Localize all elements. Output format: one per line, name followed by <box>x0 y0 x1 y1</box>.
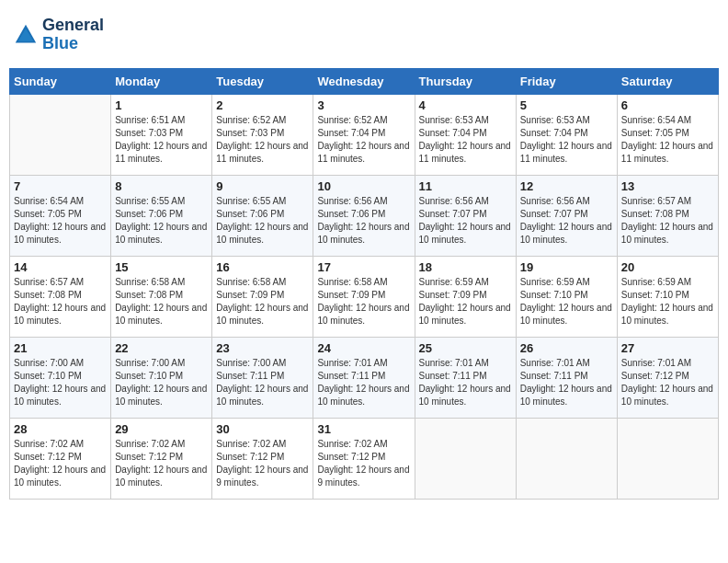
calendar-table: SundayMondayTuesdayWednesdayThursdayFrid… <box>9 68 719 500</box>
calendar-cell: 3 Sunrise: 6:52 AM Sunset: 7:04 PM Dayli… <box>313 94 415 175</box>
calendar-cell: 23 Sunrise: 7:00 AM Sunset: 7:11 PM Dayl… <box>212 337 313 418</box>
day-number: 26 <box>520 341 613 355</box>
day-info: Sunrise: 7:00 AM Sunset: 7:11 PM Dayligh… <box>216 357 309 408</box>
day-info: Sunrise: 7:02 AM Sunset: 7:12 PM Dayligh… <box>115 438 208 489</box>
day-number: 16 <box>216 260 309 274</box>
day-info: Sunrise: 6:57 AM Sunset: 7:08 PM Dayligh… <box>621 195 714 247</box>
day-info: Sunrise: 7:01 AM Sunset: 7:11 PM Dayligh… <box>419 357 512 408</box>
calendar-cell: 12 Sunrise: 6:56 AM Sunset: 7:07 PM Dayl… <box>516 175 617 256</box>
day-info: Sunrise: 6:59 AM Sunset: 7:10 PM Dayligh… <box>520 276 613 327</box>
day-number: 1 <box>115 98 208 112</box>
column-header-friday: Friday <box>516 68 617 94</box>
day-info: Sunrise: 7:02 AM Sunset: 7:12 PM Dayligh… <box>14 438 107 489</box>
day-number: 3 <box>317 98 410 112</box>
calendar-cell: 21 Sunrise: 7:00 AM Sunset: 7:10 PM Dayl… <box>10 337 111 418</box>
column-header-saturday: Saturday <box>617 68 718 94</box>
day-info: Sunrise: 6:55 AM Sunset: 7:06 PM Dayligh… <box>216 195 309 247</box>
calendar-cell: 8 Sunrise: 6:55 AM Sunset: 7:06 PM Dayli… <box>111 175 212 256</box>
day-info: Sunrise: 7:02 AM Sunset: 7:12 PM Dayligh… <box>216 438 309 489</box>
day-info: Sunrise: 7:00 AM Sunset: 7:10 PM Dayligh… <box>14 357 107 408</box>
day-info: Sunrise: 6:56 AM Sunset: 7:06 PM Dayligh… <box>317 195 410 247</box>
calendar-cell: 15 Sunrise: 6:58 AM Sunset: 7:08 PM Dayl… <box>111 256 212 337</box>
day-number: 7 <box>14 179 107 193</box>
calendar-week-4: 21 Sunrise: 7:00 AM Sunset: 7:10 PM Dayl… <box>10 337 719 418</box>
calendar-cell: 30 Sunrise: 7:02 AM Sunset: 7:12 PM Dayl… <box>212 418 313 499</box>
day-number: 25 <box>419 341 512 355</box>
day-number: 29 <box>115 422 208 436</box>
day-number: 24 <box>317 341 410 355</box>
day-number: 21 <box>14 341 107 355</box>
calendar-cell: 1 Sunrise: 6:51 AM Sunset: 7:03 PM Dayli… <box>111 94 212 175</box>
day-info: Sunrise: 6:58 AM Sunset: 7:08 PM Dayligh… <box>115 276 208 327</box>
calendar-cell: 29 Sunrise: 7:02 AM Sunset: 7:12 PM Dayl… <box>111 418 212 499</box>
day-number: 4 <box>419 98 512 112</box>
calendar-cell: 24 Sunrise: 7:01 AM Sunset: 7:11 PM Dayl… <box>313 337 415 418</box>
calendar-cell: 4 Sunrise: 6:53 AM Sunset: 7:04 PM Dayli… <box>415 94 516 175</box>
calendar-cell <box>617 418 718 499</box>
day-info: Sunrise: 6:53 AM Sunset: 7:04 PM Dayligh… <box>419 114 512 166</box>
calendar-cell: 7 Sunrise: 6:54 AM Sunset: 7:05 PM Dayli… <box>10 175 111 256</box>
column-header-tuesday: Tuesday <box>212 68 313 94</box>
calendar-week-3: 14 Sunrise: 6:57 AM Sunset: 7:08 PM Dayl… <box>10 256 719 337</box>
calendar-cell <box>516 418 617 499</box>
day-info: Sunrise: 6:54 AM Sunset: 7:05 PM Dayligh… <box>14 195 107 247</box>
logo-text-line1: General <box>42 17 104 35</box>
day-number: 18 <box>419 260 512 274</box>
calendar-cell: 2 Sunrise: 6:52 AM Sunset: 7:03 PM Dayli… <box>212 94 313 175</box>
calendar-cell: 20 Sunrise: 6:59 AM Sunset: 7:10 PM Dayl… <box>617 256 718 337</box>
day-number: 19 <box>520 260 613 274</box>
day-info: Sunrise: 6:57 AM Sunset: 7:08 PM Dayligh… <box>14 276 107 327</box>
day-number: 17 <box>317 260 410 274</box>
column-header-sunday: Sunday <box>10 68 111 94</box>
day-number: 6 <box>621 98 714 112</box>
day-number: 30 <box>216 422 309 436</box>
calendar-cell: 14 Sunrise: 6:57 AM Sunset: 7:08 PM Dayl… <box>10 256 111 337</box>
logo-icon <box>13 22 39 48</box>
calendar-cell: 22 Sunrise: 7:00 AM Sunset: 7:10 PM Dayl… <box>111 337 212 418</box>
day-info: Sunrise: 7:01 AM Sunset: 7:12 PM Dayligh… <box>621 357 714 408</box>
day-info: Sunrise: 7:02 AM Sunset: 7:12 PM Dayligh… <box>317 438 410 489</box>
day-info: Sunrise: 6:51 AM Sunset: 7:03 PM Dayligh… <box>115 114 208 166</box>
column-header-thursday: Thursday <box>415 68 516 94</box>
calendar-cell: 18 Sunrise: 6:59 AM Sunset: 7:09 PM Dayl… <box>415 256 516 337</box>
day-number: 5 <box>520 98 613 112</box>
calendar-cell <box>10 94 111 175</box>
day-info: Sunrise: 6:58 AM Sunset: 7:09 PM Dayligh… <box>216 276 309 327</box>
day-number: 11 <box>419 179 512 193</box>
page-header: General Blue <box>9 9 719 61</box>
day-info: Sunrise: 6:56 AM Sunset: 7:07 PM Dayligh… <box>419 195 512 247</box>
calendar-cell: 5 Sunrise: 6:53 AM Sunset: 7:04 PM Dayli… <box>516 94 617 175</box>
calendar-week-2: 7 Sunrise: 6:54 AM Sunset: 7:05 PM Dayli… <box>10 175 719 256</box>
day-number: 23 <box>216 341 309 355</box>
calendar-cell: 9 Sunrise: 6:55 AM Sunset: 7:06 PM Dayli… <box>212 175 313 256</box>
day-number: 14 <box>14 260 107 274</box>
day-number: 22 <box>115 341 208 355</box>
logo: General Blue <box>13 17 104 53</box>
day-info: Sunrise: 7:01 AM Sunset: 7:11 PM Dayligh… <box>520 357 613 408</box>
column-header-monday: Monday <box>111 68 212 94</box>
calendar-cell: 10 Sunrise: 6:56 AM Sunset: 7:06 PM Dayl… <box>313 175 415 256</box>
day-number: 13 <box>621 179 714 193</box>
calendar-cell: 6 Sunrise: 6:54 AM Sunset: 7:05 PM Dayli… <box>617 94 718 175</box>
column-header-wednesday: Wednesday <box>313 68 415 94</box>
day-info: Sunrise: 6:54 AM Sunset: 7:05 PM Dayligh… <box>621 114 714 166</box>
day-number: 12 <box>520 179 613 193</box>
day-info: Sunrise: 6:53 AM Sunset: 7:04 PM Dayligh… <box>520 114 613 166</box>
day-number: 28 <box>14 422 107 436</box>
day-number: 27 <box>621 341 714 355</box>
day-number: 8 <box>115 179 208 193</box>
calendar-cell: 17 Sunrise: 6:58 AM Sunset: 7:09 PM Dayl… <box>313 256 415 337</box>
calendar-cell: 27 Sunrise: 7:01 AM Sunset: 7:12 PM Dayl… <box>617 337 718 418</box>
calendar-cell: 11 Sunrise: 6:56 AM Sunset: 7:07 PM Dayl… <box>415 175 516 256</box>
day-info: Sunrise: 7:01 AM Sunset: 7:11 PM Dayligh… <box>317 357 410 408</box>
day-number: 2 <box>216 98 309 112</box>
day-info: Sunrise: 6:59 AM Sunset: 7:09 PM Dayligh… <box>419 276 512 327</box>
logo-text-line2: Blue <box>42 35 104 53</box>
calendar-cell: 13 Sunrise: 6:57 AM Sunset: 7:08 PM Dayl… <box>617 175 718 256</box>
day-info: Sunrise: 6:59 AM Sunset: 7:10 PM Dayligh… <box>621 276 714 327</box>
day-info: Sunrise: 6:52 AM Sunset: 7:04 PM Dayligh… <box>317 114 410 166</box>
calendar-cell <box>415 418 516 499</box>
calendar-cell: 31 Sunrise: 7:02 AM Sunset: 7:12 PM Dayl… <box>313 418 415 499</box>
day-number: 15 <box>115 260 208 274</box>
calendar-week-1: 1 Sunrise: 6:51 AM Sunset: 7:03 PM Dayli… <box>10 94 719 175</box>
